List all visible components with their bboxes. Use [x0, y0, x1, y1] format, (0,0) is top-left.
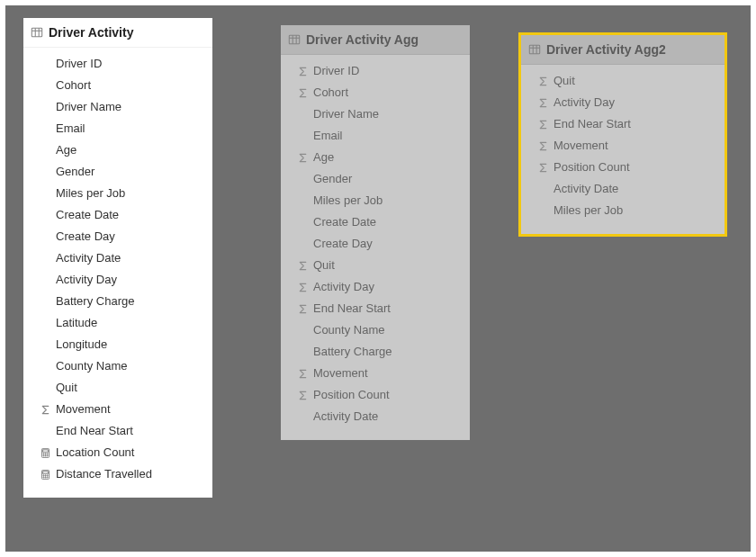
- table-header[interactable]: Driver Activity Agg2: [521, 35, 724, 65]
- blank-icon: [295, 323, 310, 337]
- field-row[interactable]: Latitude: [29, 312, 207, 334]
- field-row[interactable]: Email: [286, 125, 464, 147]
- blank-icon: [38, 78, 52, 93]
- calculator-icon: [38, 467, 52, 481]
- blank-icon: [295, 237, 310, 251]
- field-row[interactable]: County Name: [286, 319, 464, 341]
- blank-icon: [38, 229, 52, 244]
- svg-point-9: [42, 454, 43, 455]
- field-row[interactable]: Movement: [286, 363, 464, 384]
- field-row[interactable]: End Near Start: [286, 298, 464, 319]
- blank-icon: [38, 273, 52, 287]
- sigma-icon: [295, 301, 310, 316]
- svg-point-10: [44, 454, 45, 455]
- field-row[interactable]: Miles per Job: [526, 200, 719, 221]
- field-row[interactable]: Gender: [29, 161, 207, 183]
- field-label: Miles per Job: [313, 193, 382, 209]
- svg-rect-0: [32, 28, 41, 37]
- blank-icon: [295, 345, 310, 359]
- field-row[interactable]: Longitude: [29, 334, 207, 355]
- field-row[interactable]: Activity Date: [526, 178, 719, 200]
- table-card-driver-activity[interactable]: Driver ActivityDriver IDCohortDriver Nam…: [23, 18, 212, 498]
- sigma-icon: [536, 117, 550, 131]
- field-row[interactable]: Position Count: [286, 384, 464, 406]
- field-label: Quit: [313, 257, 335, 274]
- field-row[interactable]: Activity Day: [286, 276, 464, 298]
- blank-icon: [295, 193, 310, 208]
- field-label: Movement: [554, 138, 608, 154]
- field-row[interactable]: Cohort: [29, 75, 207, 96]
- field-row[interactable]: End Near Start: [526, 113, 719, 135]
- blank-icon: [295, 409, 310, 424]
- field-row[interactable]: Driver ID: [286, 60, 464, 82]
- field-label: Battery Charge: [56, 293, 134, 310]
- model-canvas[interactable]: Driver ActivityDriver IDCohortDriver Nam…: [0, 0, 756, 557]
- field-row[interactable]: Activity Date: [29, 247, 207, 269]
- field-row[interactable]: County Name: [29, 355, 207, 377]
- table-card-driver-activity-agg2[interactable]: Driver Activity Agg2QuitActivity DayEnd …: [518, 32, 727, 237]
- field-label: Age: [313, 149, 334, 166]
- field-list: Driver IDCohortDriver NameEmailAgeGender…: [281, 55, 470, 440]
- sigma-icon: [536, 139, 550, 153]
- field-label: Miles per Job: [56, 185, 125, 202]
- field-row[interactable]: Create Day: [29, 226, 207, 247]
- field-row[interactable]: Activity Date: [286, 406, 464, 427]
- field-label: Activity Date: [313, 409, 378, 425]
- field-label: Gender: [56, 164, 94, 180]
- field-label: Longitude: [56, 337, 107, 353]
- field-label: Movement: [313, 365, 368, 382]
- field-row[interactable]: Position Count: [526, 157, 719, 178]
- table-card-driver-activity-agg[interactable]: Driver Activity AggDriver IDCohortDriver…: [281, 25, 470, 440]
- field-row[interactable]: Movement: [29, 399, 207, 420]
- blank-icon: [536, 182, 550, 196]
- field-row[interactable]: Battery Charge: [286, 341, 464, 363]
- field-label: Distance Travelled: [56, 466, 152, 482]
- blank-icon: [38, 186, 52, 201]
- field-row[interactable]: Create Date: [286, 211, 464, 233]
- field-row[interactable]: Battery Charge: [29, 291, 207, 312]
- table-header[interactable]: Driver Activity: [23, 18, 212, 48]
- field-row[interactable]: Email: [29, 118, 207, 139]
- field-row[interactable]: End Near Start: [29, 420, 207, 442]
- field-row[interactable]: Driver ID: [29, 53, 207, 75]
- calculator-icon: [38, 445, 52, 460]
- field-row[interactable]: Quit: [526, 70, 719, 92]
- field-label: Activity Day: [56, 272, 117, 288]
- svg-rect-5: [42, 449, 48, 451]
- field-row[interactable]: Activity Day: [526, 92, 719, 113]
- field-label: Activity Date: [56, 250, 121, 266]
- svg-point-16: [46, 474, 47, 475]
- field-row[interactable]: Age: [29, 139, 207, 161]
- field-row[interactable]: Quit: [29, 377, 207, 399]
- field-label: Cohort: [313, 85, 348, 101]
- field-row[interactable]: Location Count: [29, 442, 207, 463]
- field-label: Battery Charge: [313, 344, 392, 360]
- field-row[interactable]: Driver Name: [29, 96, 207, 118]
- field-row[interactable]: Miles per Job: [286, 190, 464, 211]
- svg-rect-13: [42, 471, 48, 472]
- field-row[interactable]: Driver Name: [286, 103, 464, 125]
- field-row[interactable]: Gender: [286, 168, 464, 190]
- field-row[interactable]: Activity Day: [29, 269, 207, 291]
- field-row[interactable]: Movement: [526, 135, 719, 157]
- svg-point-7: [44, 453, 45, 454]
- svg-point-8: [46, 453, 47, 454]
- svg-point-6: [42, 453, 43, 454]
- field-row[interactable]: Create Day: [286, 233, 464, 255]
- field-label: Driver ID: [313, 63, 359, 79]
- blank-icon: [38, 294, 52, 309]
- field-row[interactable]: Age: [286, 147, 464, 168]
- sigma-icon: [295, 64, 310, 78]
- field-row[interactable]: Quit: [286, 255, 464, 276]
- blank-icon: [38, 143, 52, 157]
- sigma-icon: [38, 402, 52, 417]
- field-row[interactable]: Create Date: [29, 204, 207, 226]
- table-icon: [31, 26, 43, 39]
- field-row[interactable]: Distance Travelled: [29, 463, 207, 485]
- field-label: Driver Name: [56, 99, 122, 115]
- blank-icon: [38, 359, 52, 373]
- field-row[interactable]: Miles per Job: [29, 183, 207, 204]
- table-header[interactable]: Driver Activity Agg: [281, 25, 470, 55]
- field-row[interactable]: Cohort: [286, 82, 464, 103]
- table-title: Driver Activity Agg2: [546, 42, 666, 57]
